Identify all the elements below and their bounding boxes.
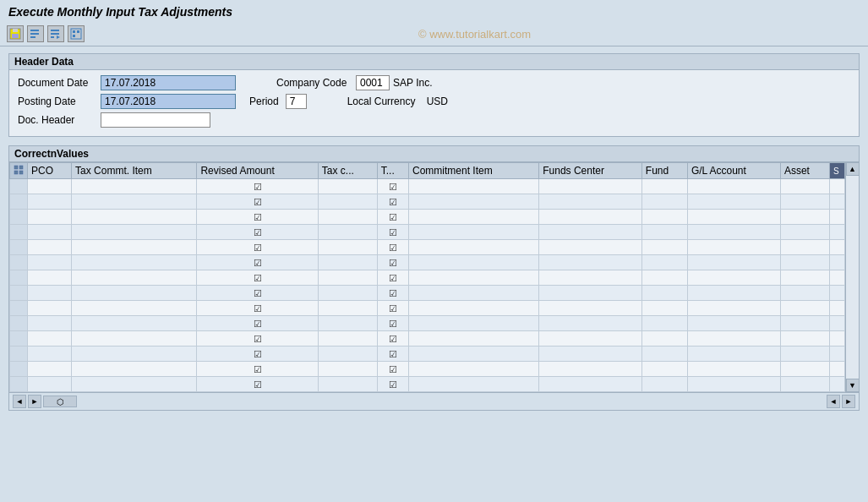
save-icon[interactable] (7, 25, 24, 42)
checkbox-t[interactable]: ☑ (389, 288, 397, 298)
row-selector[interactable] (10, 362, 28, 377)
col-commitment-item: Commitment Item (408, 163, 538, 179)
scroll-left-right-btn[interactable]: ◄ (827, 395, 840, 408)
checkbox-revised[interactable]: ☑ (254, 303, 262, 314)
checkbox-t[interactable]: ☑ (389, 227, 397, 237)
doc-header-input[interactable] (101, 112, 210, 128)
cell-t[interactable]: ☑ (377, 377, 408, 392)
cell-revised-amount[interactable]: ☑ (197, 255, 318, 270)
checkbox-t[interactable]: ☑ (389, 243, 397, 253)
cell-revised-amount[interactable]: ☑ (197, 362, 318, 377)
checkbox-t[interactable]: ☑ (389, 258, 397, 268)
cell-fund (641, 316, 687, 331)
scroll-right-right-btn[interactable]: ► (842, 395, 855, 408)
cell-commitment-item (408, 331, 538, 346)
checkbox-revised[interactable]: ☑ (254, 212, 262, 222)
checkbox-t[interactable]: ☑ (389, 319, 397, 329)
vertical-scrollbar[interactable]: ▲ ▼ (845, 162, 859, 392)
cell-tax-c (318, 301, 377, 316)
checkbox-revised[interactable]: ☑ (254, 288, 262, 298)
row-selector[interactable] (10, 331, 28, 346)
cell-t[interactable]: ☑ (377, 225, 408, 240)
checkbox-revised[interactable]: ☑ (254, 349, 262, 359)
checkbox-t[interactable]: ☑ (389, 182, 397, 192)
cell-revised-amount[interactable]: ☑ (197, 194, 318, 210)
col-pco: PCO (28, 163, 72, 179)
cell-revised-amount[interactable]: ☑ (197, 210, 318, 225)
cell-t[interactable]: ☑ (377, 346, 408, 362)
cell-t[interactable]: ☑ (377, 331, 408, 346)
row-selector[interactable] (10, 240, 28, 255)
watermark: © www.tutorialkart.com (88, 28, 861, 41)
checkbox-t[interactable]: ☑ (389, 212, 397, 222)
cell-revised-amount[interactable]: ☑ (197, 286, 318, 301)
period-input[interactable] (286, 94, 307, 109)
scroll-up-arrow[interactable]: ▲ (846, 162, 860, 176)
navigate-icon[interactable] (68, 25, 85, 42)
checkbox-revised[interactable]: ☑ (254, 273, 262, 283)
row-selector[interactable] (10, 255, 28, 270)
checkbox-revised[interactable]: ☑ (254, 319, 262, 329)
cell-asset (780, 316, 829, 331)
posting-date-input[interactable] (101, 94, 236, 109)
checkbox-revised[interactable]: ☑ (254, 334, 262, 344)
cell-t[interactable]: ☑ (377, 270, 408, 286)
cell-revised-amount[interactable]: ☑ (197, 316, 318, 331)
cell-t[interactable]: ☑ (377, 286, 408, 301)
cell-t[interactable]: ☑ (377, 255, 408, 270)
row-selector[interactable] (10, 270, 28, 286)
cell-revised-amount[interactable]: ☑ (197, 331, 318, 346)
row-selector[interactable] (10, 210, 28, 225)
document-date-input[interactable] (101, 75, 236, 90)
row-selector[interactable] (10, 301, 28, 316)
row-selector[interactable] (10, 377, 28, 392)
company-code-input[interactable] (356, 75, 390, 90)
cell-revised-amount[interactable]: ☑ (197, 346, 318, 362)
checkbox-revised[interactable]: ☑ (254, 258, 262, 268)
scroll-right-btn[interactable]: ► (28, 395, 41, 408)
row-selector[interactable] (10, 286, 28, 301)
cell-t[interactable]: ☑ (377, 362, 408, 377)
row-selector[interactable] (10, 194, 28, 210)
row-selector[interactable] (10, 179, 28, 194)
col-select-all[interactable] (10, 163, 28, 179)
row-selector[interactable] (10, 225, 28, 240)
checkbox-t[interactable]: ☑ (389, 349, 397, 359)
checkbox-revised[interactable]: ☑ (254, 227, 262, 237)
cell-revised-amount[interactable]: ☑ (197, 240, 318, 255)
cell-revised-amount[interactable]: ☑ (197, 270, 318, 286)
svg-rect-4 (30, 33, 39, 35)
cell-t[interactable]: ☑ (377, 179, 408, 194)
find-next-icon[interactable] (47, 25, 64, 42)
checkbox-t[interactable]: ☑ (389, 273, 397, 283)
cell-commitment-item (408, 362, 538, 377)
checkbox-revised[interactable]: ☑ (254, 182, 262, 192)
row-selector[interactable] (10, 346, 28, 362)
cell-revised-amount[interactable]: ☑ (197, 225, 318, 240)
col-settings[interactable]: S (830, 163, 845, 179)
checkbox-revised[interactable]: ☑ (254, 197, 262, 207)
checkbox-t[interactable]: ☑ (389, 364, 397, 374)
scroll-down-arrow[interactable]: ▼ (846, 379, 860, 392)
checkbox-t[interactable]: ☑ (389, 334, 397, 344)
cell-pco (28, 225, 72, 240)
cell-revised-amount[interactable]: ☑ (197, 179, 318, 194)
cell-tax-commt-item (72, 240, 197, 255)
checkbox-t[interactable]: ☑ (389, 379, 397, 390)
scroll-left-btn[interactable]: ◄ (13, 395, 26, 408)
checkbox-t[interactable]: ☑ (389, 303, 397, 314)
checkbox-revised[interactable]: ☑ (254, 379, 262, 390)
cell-t[interactable]: ☑ (377, 240, 408, 255)
find-icon[interactable] (27, 25, 44, 42)
cell-revised-amount[interactable]: ☑ (197, 301, 318, 316)
cell-t[interactable]: ☑ (377, 210, 408, 225)
cell-t[interactable]: ☑ (377, 194, 408, 210)
row-selector[interactable] (10, 316, 28, 331)
cell-revised-amount[interactable]: ☑ (197, 377, 318, 392)
cell-t[interactable]: ☑ (377, 316, 408, 331)
checkbox-revised[interactable]: ☑ (254, 364, 262, 374)
cell-t[interactable]: ☑ (377, 301, 408, 316)
local-currency-label: Local Currency (347, 95, 423, 107)
checkbox-revised[interactable]: ☑ (254, 243, 262, 253)
checkbox-t[interactable]: ☑ (389, 197, 397, 207)
